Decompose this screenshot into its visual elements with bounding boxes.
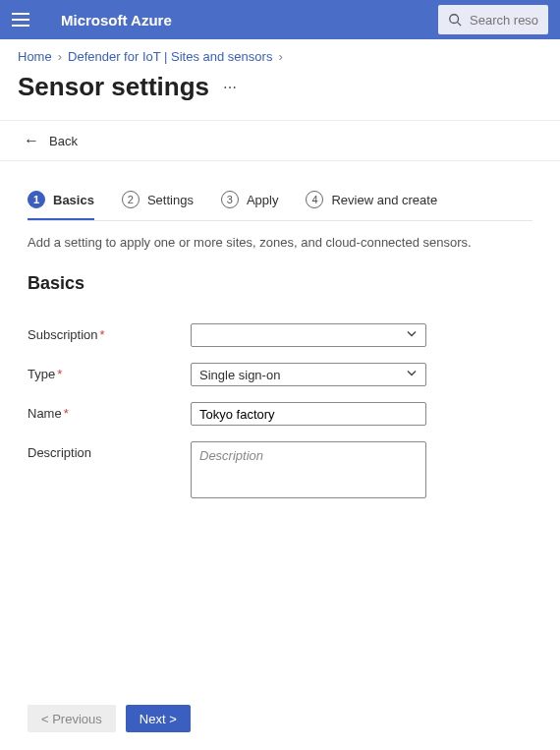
step-number: 2 [122, 191, 140, 208]
step-label: Settings [147, 193, 194, 207]
step-label: Apply [247, 193, 279, 207]
breadcrumb-item-home[interactable]: Home [18, 49, 52, 64]
hamburger-icon[interactable] [12, 13, 29, 27]
step-basics[interactable]: 1 Basics [28, 191, 94, 220]
more-actions-icon[interactable]: ⋯ [223, 80, 239, 95]
chevron-right-icon: › [58, 49, 62, 64]
name-input[interactable] [191, 402, 426, 426]
help-text: Add a setting to apply one or more sites… [0, 221, 560, 250]
step-label: Basics [53, 193, 94, 207]
back-button[interactable]: ← Back [0, 120, 560, 161]
step-number: 4 [306, 191, 323, 208]
topbar: Microsoft Azure [0, 0, 560, 39]
search-input[interactable] [470, 13, 538, 28]
global-search[interactable] [438, 5, 548, 34]
arrow-left-icon: ← [24, 133, 39, 148]
back-label: Back [49, 134, 78, 148]
label-name: Name* [28, 402, 191, 421]
title-bar: Sensor settings ⋯ [0, 68, 560, 120]
wizard-footer: < Previous Next > [0, 691, 560, 750]
wizard-steps: 1 Basics 2 Settings 3 Apply 4 Review and… [0, 161, 560, 220]
section-title: Basics [0, 250, 560, 302]
step-review[interactable]: 4 Review and create [306, 191, 437, 220]
svg-point-0 [450, 15, 459, 24]
chevron-down-icon [406, 368, 418, 382]
svg-line-1 [458, 23, 462, 27]
type-value: Single sign-on [199, 368, 280, 382]
brand-label: Microsoft Azure [61, 12, 172, 29]
label-subscription: Subscription* [28, 323, 191, 342]
step-number: 3 [221, 191, 239, 208]
form-basics: Subscription* Type* Single sign-on [0, 302, 560, 523]
step-number: 1 [28, 191, 45, 208]
step-apply[interactable]: 3 Apply [221, 191, 279, 220]
chevron-right-icon: › [278, 49, 282, 64]
search-icon [448, 13, 462, 27]
previous-button[interactable]: < Previous [28, 705, 116, 732]
type-select[interactable]: Single sign-on [191, 363, 426, 386]
label-description: Description [28, 441, 191, 460]
label-type: Type* [28, 363, 191, 381]
step-settings[interactable]: 2 Settings [122, 191, 194, 220]
next-button[interactable]: Next > [126, 705, 191, 732]
chevron-down-icon [406, 328, 418, 343]
page-title: Sensor settings [18, 72, 209, 102]
breadcrumb-item-defender[interactable]: Defender for IoT | Sites and sensors [68, 49, 272, 64]
step-label: Review and create [331, 193, 437, 207]
description-textarea[interactable] [191, 441, 426, 498]
breadcrumb: Home › Defender for IoT | Sites and sens… [0, 39, 560, 68]
subscription-select[interactable] [191, 323, 426, 347]
